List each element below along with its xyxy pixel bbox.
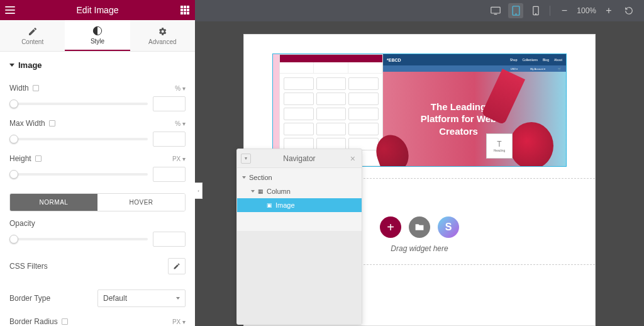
tab-style[interactable]: Style <box>65 20 130 51</box>
template-library-button[interactable] <box>409 216 430 238</box>
control-opacity: Opacity <box>9 219 186 228</box>
device-desktop-icon[interactable] <box>488 3 503 18</box>
pencil-icon <box>28 26 38 37</box>
height-slider[interactable] <box>9 173 148 176</box>
css-filters-edit-button[interactable] <box>168 258 186 274</box>
svg-rect-6 <box>180 9 183 11</box>
responsive-toggle-icon[interactable] <box>62 318 68 325</box>
svg-rect-13 <box>491 7 500 13</box>
preview-nav-links: ShopCollectionsBlogAbout <box>510 58 562 62</box>
svg-rect-7 <box>184 9 186 11</box>
svg-point-15 <box>516 14 516 14</box>
zoom-out-button[interactable]: − <box>557 3 572 18</box>
control-border-radius: Border Radius PX ▾ <box>9 317 186 326</box>
state-normal-button[interactable]: NORMAL <box>10 194 97 211</box>
section-toggle-image[interactable]: Image <box>9 52 186 76</box>
global-widget-button[interactable]: S <box>438 216 459 238</box>
responsive-topbar: − 100% + <box>195 0 644 21</box>
responsive-toggle-icon[interactable] <box>35 155 42 162</box>
width-slider[interactable] <box>9 103 148 105</box>
navigator-close-icon[interactable]: × <box>348 154 358 164</box>
gear-icon <box>157 26 167 37</box>
svg-point-17 <box>536 14 536 14</box>
device-mobile-icon[interactable] <box>528 3 543 18</box>
navigator-panel[interactable]: ▾ Navigator × Section ▦Column ▣Image <box>236 149 362 325</box>
svg-rect-9 <box>180 12 183 14</box>
opacity-input[interactable] <box>153 232 186 247</box>
widgets-grid-icon[interactable] <box>175 0 195 20</box>
svg-rect-11 <box>187 12 189 14</box>
height-input[interactable] <box>153 167 186 182</box>
preview-hero: *EBCD ShopCollectionsBlogAbout USD ▾My A… <box>383 54 566 166</box>
control-width: Width % ▾ <box>9 84 186 93</box>
sidebar-body: Image Width % ▾ Max Width % ▾ Height PX … <box>0 52 195 326</box>
navigator-header[interactable]: ▾ Navigator × <box>237 149 362 168</box>
editor-sidebar: Edit Image Content Style Advanced Imag <box>0 0 195 326</box>
responsive-toggle-icon[interactable] <box>49 120 55 126</box>
unit-select-width[interactable]: % ▾ <box>175 85 186 92</box>
svg-rect-4 <box>184 6 186 8</box>
zoom-in-button[interactable]: + <box>601 3 616 18</box>
svg-rect-8 <box>187 9 189 11</box>
navigator-node-section[interactable]: Section <box>237 171 362 184</box>
sidebar-title: Edit Image <box>20 5 175 15</box>
width-input[interactable] <box>153 96 186 111</box>
device-tablet-icon[interactable] <box>508 3 523 18</box>
unit-select-maxwidth[interactable]: % ▾ <box>175 120 186 127</box>
control-height: Height PX ▾ <box>9 154 186 163</box>
chevron-down-icon <box>176 297 180 300</box>
svg-rect-5 <box>187 6 189 8</box>
tab-content[interactable]: Content <box>0 20 65 51</box>
preview-logo: *EBCD <box>387 58 401 62</box>
menu-hamburger-icon[interactable] <box>0 0 20 20</box>
svg-rect-3 <box>180 6 183 8</box>
sidebar-tabs: Content Style Advanced <box>0 20 195 52</box>
svg-rect-0 <box>5 6 14 8</box>
navigator-minimize-icon[interactable]: ▾ <box>241 154 251 164</box>
unit-select-height[interactable]: PX ▾ <box>172 155 186 162</box>
svg-rect-2 <box>5 13 14 14</box>
navigator-node-image[interactable]: ▣Image <box>237 198 362 212</box>
maxwidth-slider[interactable] <box>9 138 148 140</box>
maxwidth-input[interactable] <box>153 132 186 147</box>
zoom-reset-button[interactable] <box>621 3 636 18</box>
tab-advanced[interactable]: Advanced <box>130 20 195 51</box>
opacity-slider[interactable] <box>9 238 148 240</box>
navigator-node-column[interactable]: ▦Column <box>237 184 362 198</box>
add-section-button[interactable]: + <box>380 216 401 238</box>
control-border-type: Border Type Default <box>9 289 186 307</box>
contrast-icon <box>92 26 103 36</box>
sidebar-header: Edit Image <box>0 0 195 20</box>
responsive-toggle-icon[interactable] <box>33 85 39 91</box>
navigator-tree: Section ▦Column ▣Image <box>237 168 362 231</box>
preview-drop-card: THeading <box>486 133 513 159</box>
navigator-title: Navigator <box>251 154 348 163</box>
caret-down-icon <box>9 64 14 67</box>
control-max-width: Max Width % ▾ <box>9 119 186 128</box>
sidebar-collapse-toggle[interactable]: ‹ <box>195 183 203 199</box>
border-type-select[interactable]: Default <box>97 289 186 307</box>
svg-rect-1 <box>5 9 14 11</box>
unit-select-borderradius[interactable]: PX ▾ <box>172 318 186 325</box>
state-hover-button[interactable]: HOVER <box>97 194 185 211</box>
pencil-icon <box>173 262 180 270</box>
zoom-level[interactable]: 100% <box>577 6 596 15</box>
control-css-filters: CSS Filters <box>9 258 186 274</box>
svg-rect-10 <box>184 12 186 14</box>
state-tabs: NORMAL HOVER <box>9 193 186 211</box>
